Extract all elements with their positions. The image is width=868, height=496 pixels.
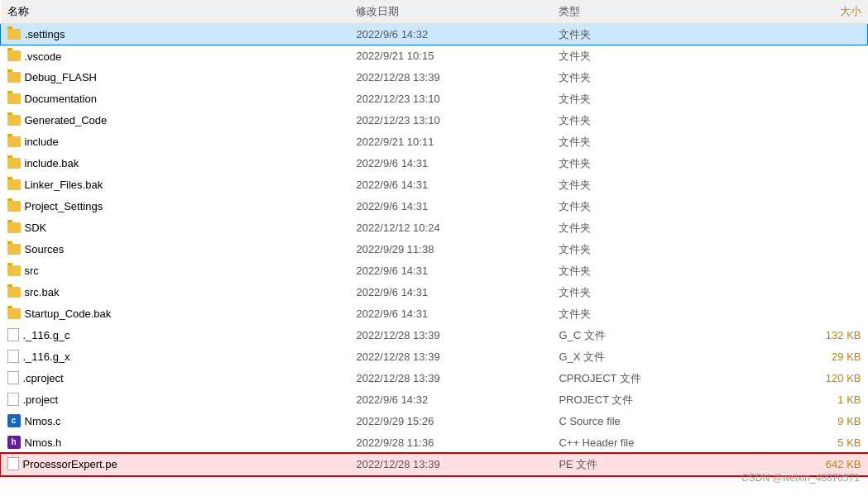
folder-icon xyxy=(7,50,21,61)
table-row[interactable]: SDK2022/12/12 10:24文件夹 xyxy=(1,217,868,239)
file-name-cell: Startup_Code.bak xyxy=(1,303,350,325)
file-name-cell: include.bak xyxy=(1,153,350,174)
file-name-cell: Debug_FLASH xyxy=(1,67,350,88)
file-type-cell: 文件夹 xyxy=(552,131,755,153)
folder-icon xyxy=(7,308,21,319)
file-date-cell: 2022/9/21 10:11 xyxy=(349,131,552,153)
file-name-label: .settings xyxy=(25,29,65,41)
table-row[interactable]: .cproject2022/12/28 13:39CPROJECT 文件120 … xyxy=(1,368,868,389)
folder-icon xyxy=(7,29,21,40)
table-row[interactable]: src.bak2022/9/6 14:31文件夹 xyxy=(1,282,868,303)
file-name-cell: ._116.g_c xyxy=(1,325,350,346)
file-icon xyxy=(7,350,19,363)
file-type-cell: 文件夹 xyxy=(552,239,755,260)
file-date-cell: 2022/9/6 14:31 xyxy=(349,303,552,325)
file-date-cell: 2022/12/28 13:39 xyxy=(349,454,552,475)
header-type[interactable]: 类型 xyxy=(552,0,755,24)
file-name-label: .cproject xyxy=(23,372,64,384)
file-name-label: include.bak xyxy=(25,158,79,170)
file-name-cell: Generated_Code xyxy=(1,110,350,131)
file-date-cell: 2022/9/6 14:31 xyxy=(349,282,552,303)
file-type-cell: G_C 文件 xyxy=(552,325,755,346)
file-icon xyxy=(7,393,19,406)
c-file-icon: c xyxy=(7,414,21,427)
file-name-label: Nmos.h xyxy=(25,436,62,449)
file-date-cell: 2022/12/12 10:24 xyxy=(349,217,552,239)
file-type-cell: C++ Header file xyxy=(552,432,755,454)
file-name-label: .project xyxy=(23,393,59,406)
file-date-cell: 2022/9/6 14:32 xyxy=(349,389,552,411)
table-row[interactable]: include2022/9/21 10:11文件夹 xyxy=(1,131,868,153)
file-name-cell: Documentation xyxy=(1,88,350,110)
table-row[interactable]: ProcessorExpert.pe2022/12/28 13:39PE 文件6… xyxy=(1,454,868,475)
table-row[interactable]: ._116.g_x2022/12/28 13:39G_X 文件29 KB xyxy=(1,346,868,368)
file-size-cell xyxy=(755,260,867,282)
file-type-cell: 文件夹 xyxy=(552,88,755,110)
table-row[interactable]: src2022/9/6 14:31文件夹 xyxy=(1,260,868,282)
table-row[interactable]: hNmos.h2022/9/28 11:36C++ Header file5 K… xyxy=(1,432,868,454)
file-size-cell xyxy=(755,110,867,131)
file-icon xyxy=(7,457,19,470)
file-name-cell: SDK xyxy=(1,217,350,239)
file-size-cell xyxy=(755,282,867,303)
header-date[interactable]: 修改日期 xyxy=(349,0,552,24)
file-name-label: Startup_Code.bak xyxy=(25,308,112,321)
file-name-label: SDK xyxy=(25,222,47,235)
table-header: 名称 修改日期 类型 大小 xyxy=(1,0,868,24)
file-type-cell: 文件夹 xyxy=(552,174,755,196)
file-type-cell: 文件夹 xyxy=(552,196,755,217)
file-name-label: Sources xyxy=(25,244,65,256)
file-type-cell: 文件夹 xyxy=(552,110,755,131)
file-size-cell xyxy=(755,196,867,217)
table-row[interactable]: .project2022/9/6 14:32PROJECT 文件1 KB xyxy=(1,389,868,411)
folder-icon xyxy=(7,201,21,212)
file-name-label: Project_Settings xyxy=(25,201,103,213)
h-file-icon: h xyxy=(7,436,21,449)
table-row[interactable]: cNmos.c2022/9/29 15:26C Source file9 KB xyxy=(1,411,868,432)
file-type-cell: CPROJECT 文件 xyxy=(552,368,755,389)
file-name-cell: .project xyxy=(1,389,350,411)
header-size[interactable]: 大小 xyxy=(755,0,867,24)
table-row[interactable]: Debug_FLASH2022/12/28 13:39文件夹 xyxy=(1,67,868,88)
file-type-cell: 文件夹 xyxy=(552,24,755,45)
folder-icon xyxy=(7,287,21,298)
folder-icon xyxy=(7,179,21,190)
file-size-cell xyxy=(755,45,867,67)
table-row[interactable]: .vscode2022/9/21 10:15文件夹 xyxy=(1,45,868,67)
header-name[interactable]: 名称 xyxy=(1,0,350,24)
file-name-cell: src.bak xyxy=(1,282,350,303)
file-size-cell xyxy=(755,153,867,174)
file-name-cell: ._116.g_x xyxy=(1,346,350,368)
table-row[interactable]: Linker_Files.bak2022/9/6 14:31文件夹 xyxy=(1,174,868,196)
file-name-label: include xyxy=(25,136,59,149)
file-size-cell xyxy=(755,239,867,260)
file-date-cell: 2022/9/6 14:32 xyxy=(349,24,552,45)
table-row[interactable]: Generated_Code2022/12/23 13:10文件夹 xyxy=(1,110,868,131)
file-date-cell: 2022/12/23 13:10 xyxy=(349,110,552,131)
file-date-cell: 2022/9/29 15:26 xyxy=(349,411,552,432)
table-row[interactable]: Sources2022/9/29 11:38文件夹 xyxy=(1,239,868,260)
file-type-cell: 文件夹 xyxy=(552,67,755,88)
file-size-cell: 132 KB xyxy=(755,325,867,346)
file-name-label: src.bak xyxy=(25,287,60,299)
file-type-cell: 文件夹 xyxy=(552,217,755,239)
table-row[interactable]: include.bak2022/9/6 14:31文件夹 xyxy=(1,153,868,174)
file-name-label: ._116.g_x xyxy=(23,351,70,363)
file-date-cell: 2022/9/29 11:38 xyxy=(349,239,552,260)
folder-icon xyxy=(7,72,21,83)
file-date-cell: 2022/12/28 13:39 xyxy=(349,368,552,389)
table-row[interactable]: ._116.g_c2022/12/28 13:39G_C 文件132 KB xyxy=(1,325,868,346)
file-type-cell: 文件夹 xyxy=(552,153,755,174)
table-row[interactable]: Documentation2022/12/23 13:10文件夹 xyxy=(1,88,868,110)
file-name-label: Documentation xyxy=(25,93,97,106)
table-row[interactable]: Startup_Code.bak2022/9/6 14:31文件夹 xyxy=(1,303,868,325)
folder-icon xyxy=(7,222,21,233)
file-list[interactable]: 名称 修改日期 类型 大小 .settings2022/9/6 14:32文件夹… xyxy=(0,0,868,496)
file-date-cell: 2022/12/28 13:39 xyxy=(349,346,552,368)
table-row[interactable]: Project_Settings2022/9/6 14:31文件夹 xyxy=(1,196,868,217)
file-date-cell: 2022/9/28 11:36 xyxy=(349,432,552,454)
file-name-cell: Linker_Files.bak xyxy=(1,174,350,196)
folder-icon xyxy=(7,136,21,147)
file-type-cell: PE 文件 xyxy=(552,454,755,475)
table-row[interactable]: .settings2022/9/6 14:32文件夹 xyxy=(1,24,868,45)
